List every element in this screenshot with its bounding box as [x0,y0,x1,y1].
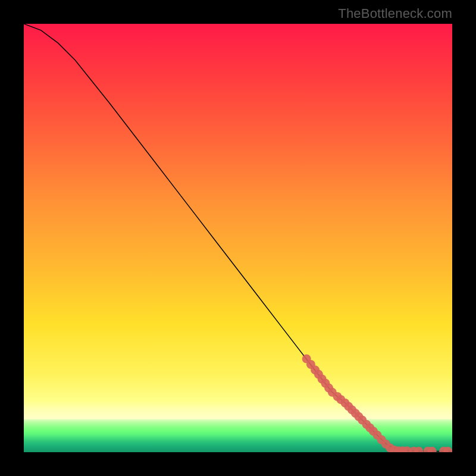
data-points-group [302,355,452,453]
attribution-text: TheBottleneck.com [338,6,452,21]
plot-area [24,24,452,452]
chart-svg [24,24,452,452]
bottleneck-curve [24,24,452,452]
chart-container: TheBottleneck.com [0,0,476,476]
